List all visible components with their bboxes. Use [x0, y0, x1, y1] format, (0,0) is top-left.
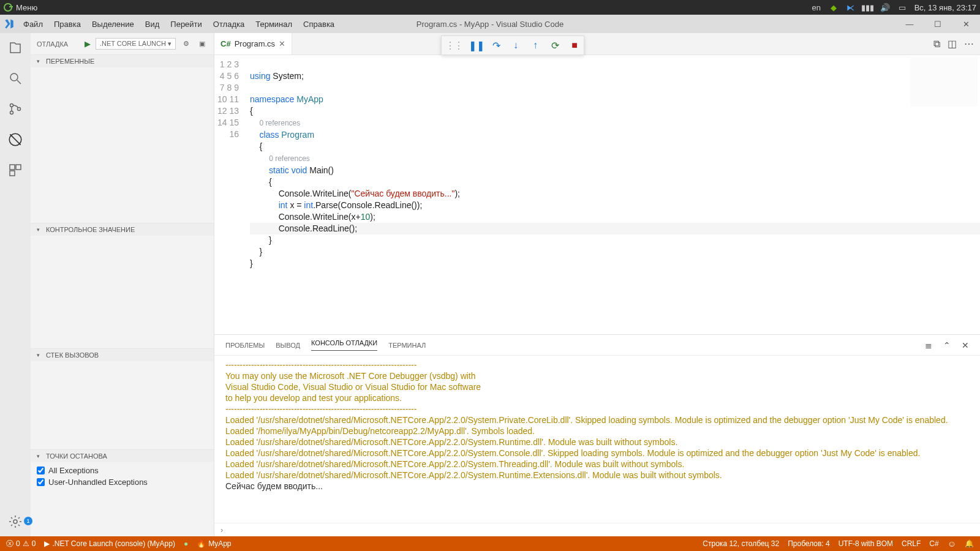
compare-icon[interactable]: ⧉ — [933, 39, 940, 50]
menu-file[interactable]: Файл — [18, 17, 48, 31]
csharp-file-icon: C# — [221, 39, 231, 48]
step-into-button[interactable]: ↓ — [510, 40, 521, 51]
split-editor-icon[interactable]: ◫ — [948, 38, 957, 50]
section-breakpoints[interactable]: ТОЧКИ ОСТАНОВА — [31, 450, 214, 462]
clock[interactable]: Вс, 13 янв, 23:17 — [914, 3, 976, 12]
debug-console-input[interactable]: › — [214, 523, 980, 536]
panel-close-icon[interactable]: ✕ — [962, 340, 969, 350]
menu-debug[interactable]: Отладка — [208, 17, 249, 31]
launch-config-select[interactable]: .NET Core Launch ▾ — [96, 38, 176, 50]
svg-rect-8 — [10, 171, 15, 176]
status-project[interactable]: 🔥 MyApp — [197, 539, 231, 548]
svg-rect-7 — [16, 165, 21, 170]
menu-terminal[interactable]: Терминал — [251, 17, 297, 31]
bluetooth-icon[interactable]: ⧔ — [846, 2, 856, 12]
vscode-window: Файл Правка Выделение Вид Перейти Отладк… — [0, 15, 980, 551]
svg-rect-6 — [10, 165, 15, 170]
status-indent[interactable]: Пробелов: 4 — [788, 539, 830, 548]
gear-icon[interactable]: ⚙ — [181, 40, 192, 48]
status-feedback-icon[interactable]: ☺ — [948, 539, 956, 549]
svg-point-9 — [13, 520, 17, 523]
status-sync[interactable]: ● — [184, 539, 188, 548]
menu-view[interactable]: Вид — [140, 17, 165, 31]
network-icon[interactable]: ▮▮▮ — [863, 2, 873, 12]
search-icon[interactable] — [7, 70, 24, 87]
settings-badge: 1 — [24, 517, 32, 525]
close-button[interactable]: ✕ — [952, 15, 980, 33]
code-content[interactable]: using System; namespace MyApp { 0 refere… — [245, 55, 980, 334]
editor-tabs: C# Program.cs ✕ ⧉ ◫ ⋯ — [214, 33, 980, 55]
sidebar-header: ОТЛАДКА ▶ .NET Core Launch ▾ ⚙ ▣ — [31, 33, 214, 54]
debug-sidebar: ОТЛАДКА ▶ .NET Core Launch ▾ ⚙ ▣ ПЕРЕМЕН… — [31, 33, 214, 536]
status-bell-icon[interactable]: 🔔 — [965, 539, 974, 548]
status-encoding[interactable]: UTF-8 with BOM — [839, 539, 893, 548]
menu-go[interactable]: Перейти — [165, 17, 207, 31]
minimap[interactable] — [910, 58, 978, 107]
menu-bar: Файл Правка Выделение Вид Перейти Отладк… — [18, 17, 339, 31]
step-over-button[interactable]: ↷ — [491, 40, 502, 51]
section-watch[interactable]: КОНТРОЛЬНОЕ ЗНАЧЕНИЕ — [31, 223, 214, 236]
os-logo-icon — [4, 3, 12, 12]
tab-program-cs[interactable]: C# Program.cs ✕ — [214, 33, 292, 54]
status-errors[interactable]: ⓧ 0 ⚠ 0 — [6, 539, 36, 549]
titlebar: Файл Правка Выделение Вид Перейти Отладк… — [0, 15, 980, 33]
tab-label: Program.cs — [235, 39, 275, 48]
tab-problems[interactable]: ПРОБЛЕМЫ — [225, 342, 265, 349]
start-debug-button[interactable]: ▶ — [85, 39, 91, 48]
menu-button[interactable]: Меню — [16, 3, 37, 12]
panel-tabs: ПРОБЛЕМЫ ВЫВОД КОНСОЛЬ ОТЛАДКИ ТЕРМИНАЛ … — [214, 335, 980, 356]
nvidia-icon[interactable]: ◆ — [829, 2, 839, 12]
toolbar-grip-icon[interactable]: ⋮⋮ — [445, 40, 462, 51]
console-icon[interactable]: ▣ — [197, 40, 208, 48]
tab-debug-console[interactable]: КОНСОЛЬ ОТЛАДКИ — [311, 339, 377, 351]
editor-area: C# Program.cs ✕ ⧉ ◫ ⋯ ⋮⋮ ❚❚ ↷ ↓ ↑ ⟳ ■ — [214, 33, 980, 536]
tab-close-icon[interactable]: ✕ — [279, 39, 285, 48]
activity-bar: 1 — [0, 33, 31, 536]
minimize-button[interactable]: — — [895, 15, 924, 33]
section-callstack[interactable]: СТЕК ВЫЗОВОВ — [31, 349, 214, 361]
panel-collapse-icon[interactable]: ⌃ — [943, 340, 951, 350]
pause-button[interactable]: ❚❚ — [471, 40, 482, 51]
svg-point-4 — [18, 108, 21, 111]
breakpoint-item[interactable]: All Exceptions — [37, 465, 208, 476]
tab-terminal[interactable]: ТЕРМИНАЛ — [388, 342, 426, 349]
stop-button[interactable]: ■ — [569, 40, 580, 51]
extensions-icon[interactable] — [7, 162, 24, 179]
breakpoint-item[interactable]: User-Unhandled Exceptions — [37, 476, 208, 488]
status-cursor-pos[interactable]: Строка 12, столбец 32 — [703, 539, 779, 548]
more-icon[interactable]: ⋯ — [964, 38, 974, 50]
restart-button[interactable]: ⟳ — [549, 40, 560, 51]
status-eol[interactable]: CRLF — [902, 539, 921, 548]
bp-label: User-Unhandled Exceptions — [48, 478, 148, 487]
bp-checkbox[interactable] — [37, 467, 45, 474]
status-bar: ⓧ 0 ⚠ 0 ▶ .NET Core Launch (console) (My… — [0, 536, 980, 551]
code-editor[interactable]: 1 2 3 4 5 6 7 8 9 10 11 12 13 14 15 16 u… — [214, 55, 980, 334]
step-out-button[interactable]: ↑ — [530, 40, 541, 51]
scm-icon[interactable] — [7, 100, 24, 118]
keyboard-lang[interactable]: en — [812, 2, 821, 12]
bottom-panel: ПРОБЛЕМЫ ВЫВОД КОНСОЛЬ ОТЛАДКИ ТЕРМИНАЛ … — [214, 334, 980, 536]
line-numbers: 1 2 3 4 5 6 7 8 9 10 11 12 13 14 15 16 — [214, 55, 245, 334]
debug-console-output[interactable]: ----------------------------------------… — [214, 356, 980, 523]
svg-point-3 — [10, 111, 13, 114]
maximize-button[interactable]: ☐ — [924, 15, 952, 33]
menu-selection[interactable]: Выделение — [87, 17, 139, 31]
bp-label: All Exceptions — [48, 466, 99, 475]
menu-edit[interactable]: Правка — [49, 17, 86, 31]
tab-output[interactable]: ВЫВОД — [276, 342, 300, 349]
status-lang[interactable]: C# — [929, 539, 938, 548]
svg-line-1 — [17, 80, 21, 84]
settings-icon[interactable]: 1 — [7, 513, 24, 530]
bp-checkbox[interactable] — [37, 478, 45, 486]
menu-help[interactable]: Справка — [298, 17, 339, 31]
status-launch[interactable]: ▶ .NET Core Launch (console) (MyApp) — [44, 539, 175, 548]
sidebar-title: ОТЛАДКА — [37, 40, 68, 48]
panel-filter-icon[interactable]: ≣ — [925, 340, 932, 350]
debug-toolbar[interactable]: ⋮⋮ ❚❚ ↷ ↓ ↑ ⟳ ■ — [441, 36, 584, 55]
battery-icon[interactable]: ▭ — [897, 2, 907, 12]
volume-icon[interactable]: 🔊 — [880, 2, 890, 12]
explorer-icon[interactable] — [7, 39, 24, 56]
debug-icon[interactable] — [7, 131, 24, 148]
section-variables[interactable]: ПЕРЕМЕННЫЕ — [31, 55, 214, 67]
desktop-taskbar: Меню en ◆ ⧔ ▮▮▮ 🔊 ▭ Вс, 13 янв, 23:17 — [0, 0, 980, 15]
